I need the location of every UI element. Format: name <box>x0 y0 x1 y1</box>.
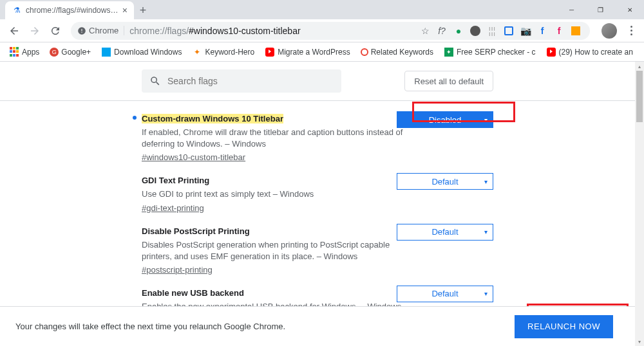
bookmark-item[interactable]: Related Keywords <box>357 44 437 60</box>
search-flags-wrap[interactable] <box>142 69 341 93</box>
ext-icon-k[interactable] <box>470 26 480 36</box>
tab-title: chrome://flags/#windows10-cust <box>26 6 122 15</box>
bookmark-item[interactable]: Migrate a WordPress <box>261 44 354 60</box>
flask-icon: ⚗ <box>12 5 22 15</box>
flag-dropdown[interactable]: Default <box>397 224 493 241</box>
ext-icon-grammarly[interactable]: ● <box>453 26 464 36</box>
new-tab-button[interactable]: + <box>134 1 152 19</box>
window-maximize-button[interactable]: ❐ <box>586 0 615 19</box>
ext-icon-f2[interactable]: f <box>554 26 564 36</box>
ext-icon-f[interactable]: f? <box>437 26 447 36</box>
flag-hash-link[interactable]: #windows10-custom-titlebar <box>142 152 245 162</box>
flag-hash-link[interactable]: #postscript-printing <box>142 265 213 275</box>
bookmark-item[interactable]: ✦Keyword-Hero <box>188 44 258 60</box>
flag-description: Use GDI to print text as simply text – W… <box>142 188 412 200</box>
modified-dot-icon <box>133 116 137 120</box>
flag-title: GDI Text Printing <box>142 176 209 185</box>
url-text: chrome://flags/#windows10-custom-titleba… <box>129 26 300 36</box>
bookmark-icon <box>101 47 111 57</box>
forward-button[interactable] <box>26 22 44 40</box>
relaunch-bar: Your changes will take effect the next t… <box>0 306 635 346</box>
ext-icon-sq[interactable] <box>571 26 581 36</box>
ext-icon-cast[interactable] <box>504 26 514 36</box>
bookmark-item[interactable]: (29) How to create an <box>542 44 637 60</box>
youtube-icon <box>265 47 275 57</box>
flag-title: Enable new USB backend <box>142 288 244 298</box>
search-icon <box>149 75 161 87</box>
flag-description: Disables PostScript generation when prin… <box>142 239 412 262</box>
bookmark-icon <box>361 48 368 56</box>
scrollbar-thumb[interactable] <box>636 71 643 122</box>
bookmark-icon: ✦ <box>444 47 454 57</box>
reset-all-button[interactable]: Reset all to default <box>404 71 493 91</box>
site-info-icon[interactable]: Chrome <box>77 26 124 35</box>
bookmarks-bar: Apps GGoogle+ Download Windows ✦Keyword-… <box>0 42 644 62</box>
star-icon[interactable]: ☆ <box>420 26 430 36</box>
ext-icon-fb[interactable]: f <box>537 26 547 36</box>
reload-button[interactable] <box>46 22 64 40</box>
scroll-down-icon[interactable]: ▾ <box>635 337 644 346</box>
relaunch-message: Your changes will take effect the next t… <box>15 322 285 331</box>
flag-hash-link[interactable]: #gdi-text-printing <box>142 203 204 213</box>
window-minimize-button[interactable]: ─ <box>557 0 586 19</box>
flag-dropdown[interactable]: Default <box>397 173 493 190</box>
vertical-scrollbar[interactable]: ▴ ▾ <box>635 62 644 346</box>
ext-icon-1[interactable]: ¦¦¦ <box>487 26 497 36</box>
bookmark-item[interactable]: Hang Ups (Want You <box>639 44 644 60</box>
bookmark-item[interactable]: Download Windows <box>97 44 185 60</box>
relaunch-now-button[interactable]: RELAUNCH NOW <box>515 315 613 338</box>
youtube-icon <box>546 47 556 57</box>
flag-entry: Disable PostScript Printing Disables Pos… <box>142 214 493 275</box>
search-flags-input[interactable] <box>167 76 334 86</box>
address-bar: Chrome chrome://flags/#windows10-custom-… <box>0 19 644 42</box>
browser-tab[interactable]: ⚗ chrome://flags/#windows10-cust × <box>5 1 134 19</box>
flag-title: Custom-drawn Windows 10 Titlebar <box>142 114 283 123</box>
flag-entry: Custom-drawn Windows 10 Titlebar If enab… <box>142 101 493 163</box>
scroll-up-icon[interactable]: ▴ <box>635 62 644 71</box>
bookmark-icon: G <box>50 48 59 57</box>
profile-avatar[interactable] <box>601 23 617 39</box>
flags-header: Reset all to default <box>0 62 635 101</box>
page-content: Reset all to default Custom-drawn Window… <box>0 62 635 346</box>
tab-bar: ⚗ chrome://flags/#windows10-cust × + <box>0 0 644 19</box>
flag-dropdown[interactable]: Default <box>397 286 493 302</box>
apps-icon <box>9 47 19 57</box>
address-input-wrap[interactable]: Chrome chrome://flags/#windows10-custom-… <box>71 22 590 40</box>
flag-description: If enabled, Chrome will draw the titleba… <box>142 127 412 150</box>
close-icon[interactable]: × <box>122 5 128 15</box>
chrome-menu-button[interactable] <box>623 23 639 39</box>
flag-title: Disable PostScript Printing <box>142 226 250 236</box>
flag-dropdown[interactable]: Disabled <box>397 111 493 128</box>
camera-icon[interactable]: 📷 <box>520 26 531 36</box>
window-close-button[interactable]: ✕ <box>615 0 644 19</box>
bookmark-item[interactable]: GGoogle+ <box>46 44 95 60</box>
bookmark-item[interactable]: ✦Free SERP checker - c <box>440 44 539 60</box>
back-button[interactable] <box>5 22 23 40</box>
bookmark-icon: ✦ <box>192 47 202 57</box>
flag-entry: GDI Text Printing Use GDI to print text … <box>142 163 493 213</box>
apps-shortcut[interactable]: Apps <box>5 44 43 60</box>
